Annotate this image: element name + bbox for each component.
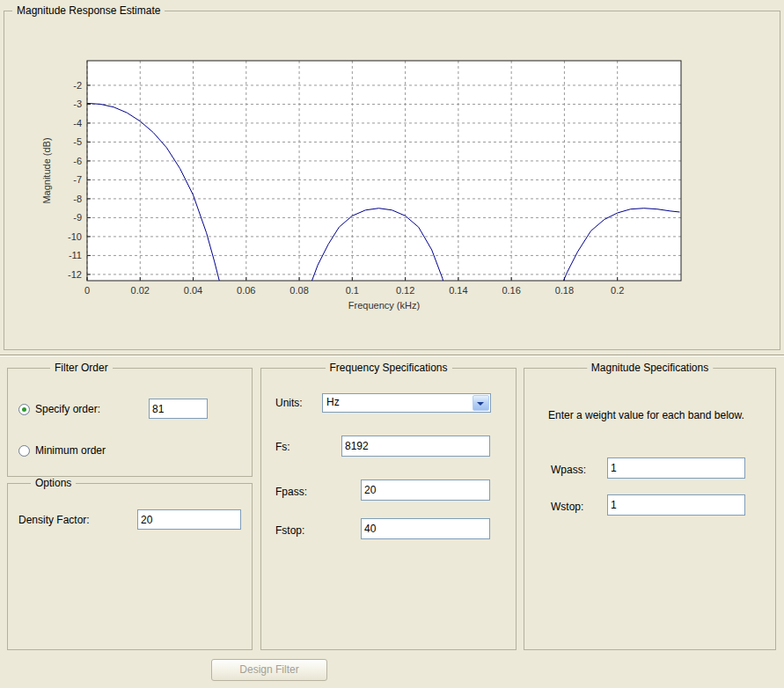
magnitude-specifications-group-title: Magnitude Specifications: [587, 362, 713, 374]
options-group-title: Options: [31, 477, 76, 489]
section-divider: [0, 355, 784, 356]
fstop-input[interactable]: [361, 518, 490, 539]
specify-order-radio[interactable]: [18, 404, 30, 415]
wpass-label: Wpass:: [551, 464, 586, 476]
magnitude-response-group: Magnitude Response Estimate 00.020.040.0…: [4, 11, 780, 350]
fs-label: Fs:: [275, 441, 290, 453]
svg-text:0.08: 0.08: [289, 285, 308, 296]
magnitude-response-plot: 00.020.040.060.080.10.120.140.160.180.2-…: [4, 11, 778, 348]
wstop-label: Wstop:: [551, 501, 583, 513]
svg-text:-7: -7: [73, 174, 82, 185]
svg-text:-12: -12: [68, 269, 82, 280]
svg-text:Magnitude (dB): Magnitude (dB): [41, 137, 52, 203]
svg-text:-10: -10: [68, 231, 82, 242]
svg-text:0: 0: [84, 285, 90, 296]
chevron-down-icon: [477, 402, 484, 406]
units-selected-value: Hz: [326, 396, 340, 408]
filter-order-group: Filter Order Specify order: Minimum orde…: [7, 368, 253, 477]
combo-dropdown-button[interactable]: [473, 395, 489, 411]
weight-instruction-text: Enter a weight value for each band below…: [548, 409, 744, 421]
radio-dot: [22, 407, 26, 412]
design-filter-button[interactable]: Design Filter: [211, 659, 327, 681]
svg-text:-3: -3: [73, 99, 82, 109]
minimum-order-label: Minimum order: [35, 444, 106, 457]
fpass-input[interactable]: [361, 479, 490, 501]
svg-text:0.12: 0.12: [396, 285, 414, 296]
options-group: Options Density Factor:: [7, 483, 253, 650]
magnitude-response-group-title: Magnitude Response Estimate: [12, 4, 165, 17]
svg-text:0.04: 0.04: [184, 285, 202, 296]
minimum-order-radio[interactable]: [18, 445, 30, 457]
svg-text:0.06: 0.06: [237, 285, 255, 296]
specify-order-label: Specify order:: [35, 403, 100, 415]
svg-text:0.2: 0.2: [611, 285, 624, 296]
svg-text:-11: -11: [69, 250, 82, 260]
svg-text:Frequency (kHz): Frequency (kHz): [348, 300, 420, 311]
density-factor-input[interactable]: [137, 509, 241, 530]
frequency-specifications-group-title: Frequency Specifications: [325, 362, 451, 374]
units-select[interactable]: Hz: [322, 393, 491, 413]
svg-text:-9: -9: [73, 212, 82, 223]
fpass-label: Fpass:: [275, 486, 307, 498]
frequency-specifications-group: Frequency Specifications Units: Hz Fs: F…: [260, 368, 517, 650]
specify-order-input[interactable]: [149, 399, 208, 419]
wpass-input[interactable]: [607, 457, 745, 479]
svg-text:-2: -2: [73, 80, 82, 91]
fs-input[interactable]: [341, 435, 490, 457]
svg-text:0.14: 0.14: [449, 285, 467, 296]
svg-text:0.1: 0.1: [346, 285, 359, 296]
svg-text:0.18: 0.18: [555, 285, 574, 296]
magnitude-specifications-group: Magnitude Specifications Enter a weight …: [524, 368, 776, 650]
units-label: Units:: [275, 397, 303, 409]
svg-text:-4: -4: [73, 118, 82, 128]
filter-design-window: Magnitude Response Estimate 00.020.040.0…: [0, 0, 784, 688]
svg-text:-8: -8: [73, 194, 82, 204]
svg-text:-5: -5: [73, 136, 82, 147]
wstop-input[interactable]: [607, 494, 745, 516]
filter-order-group-title: Filter Order: [50, 362, 113, 374]
svg-text:-6: -6: [73, 156, 82, 166]
fstop-label: Fstop:: [275, 524, 304, 537]
density-factor-label: Density Factor:: [18, 514, 90, 526]
svg-text:0.02: 0.02: [131, 285, 150, 296]
svg-text:0.16: 0.16: [502, 285, 520, 296]
